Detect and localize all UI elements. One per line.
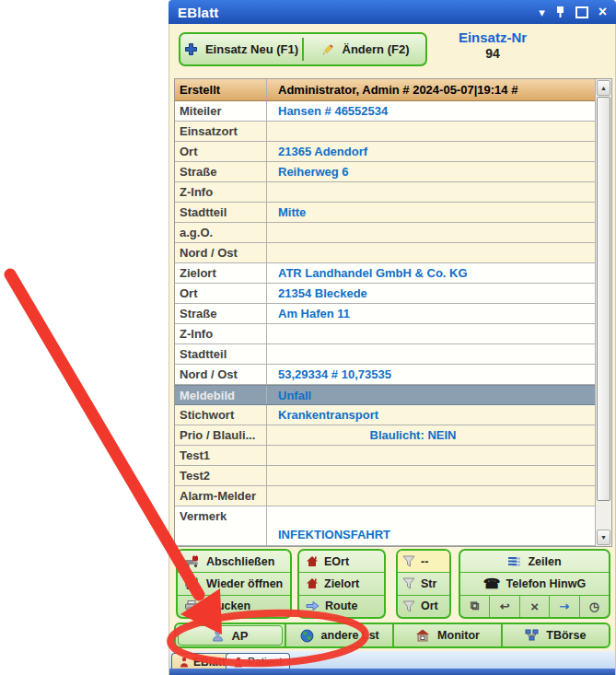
funnel-icon	[402, 600, 415, 612]
pin-icon[interactable]	[555, 6, 565, 18]
location-actions-group: EOrt Zielort Route	[297, 549, 386, 619]
phone-icon: ☎	[483, 576, 501, 590]
scroll-down-button[interactable]: ▼	[597, 530, 610, 545]
telefon-hinwg-button[interactable]: ☎ Telefon HinwG	[460, 572, 609, 594]
table-row[interactable]: ZielortATR Landhandel GmbH & Co. KG	[175, 263, 596, 284]
tab-strip: EBlatt Patient	[169, 651, 615, 675]
tab-patient[interactable]: Patient	[226, 653, 290, 669]
home-monitor-icon	[415, 629, 430, 642]
history-icon[interactable]: ◷	[579, 596, 609, 617]
close-icon[interactable]: ×	[599, 5, 607, 19]
einsatz-neu-label: Einsatz Neu (F1)	[205, 42, 298, 56]
table-row[interactable]: StraßeAm Hafen 11	[175, 304, 596, 324]
table-row[interactable]: VermerkINFEKTIONSFAHRT	[175, 506, 596, 546]
mini-icon-strip: ⧉ ↩ × ⇢ ◷	[460, 595, 609, 617]
einsatz-nr-block: Einsatz-Nr 94	[433, 29, 552, 61]
table-row[interactable]: StraßeReiherweg 6	[175, 162, 596, 182]
undo-icon[interactable]: ↩	[489, 596, 518, 617]
table-row[interactable]: MiteilerHansen # 46552534	[175, 101, 596, 122]
table-row[interactable]: StadtteilMitte	[175, 203, 596, 223]
table-row[interactable]: Z-Info	[175, 324, 596, 344]
lines-icon	[507, 556, 522, 567]
globe-icon	[300, 629, 314, 643]
filter-group: -- Str Ort	[396, 549, 451, 619]
andere-lst-button[interactable]: andere Lst	[285, 624, 392, 646]
person-red-icon	[234, 657, 243, 668]
aendern-label: Ändern (F2)	[343, 42, 410, 56]
top-button-group: Einsatz Neu (F1) Ändern (F2)	[179, 32, 427, 66]
bottom-bar	[169, 669, 615, 675]
einsatz-neu-button[interactable]: Einsatz Neu (F1)	[180, 34, 302, 64]
pencil-icon	[320, 42, 335, 57]
maximize-icon[interactable]	[575, 6, 588, 18]
network-icon	[525, 629, 539, 642]
forward-icon[interactable]: ⇢	[549, 596, 578, 617]
house-icon	[306, 555, 319, 567]
funnel-icon	[402, 555, 415, 567]
table-row[interactable]: Stadtteil	[175, 344, 596, 365]
table-row[interactable]: Ort21365 Adendorf	[175, 142, 596, 162]
delete-icon[interactable]: ×	[519, 596, 549, 617]
eort-button[interactable]: EOrt	[299, 551, 384, 572]
close-actions-group: Abschließen Wieder öffnen Drucken	[176, 549, 292, 619]
table-row[interactable]: Test2	[175, 466, 596, 486]
bottom-button-strip: AP andere Lst Monitor TBörse	[174, 623, 610, 648]
table-row[interactable]: Test1	[175, 446, 596, 466]
route-arrow-icon	[306, 600, 320, 611]
table-row[interactable]: Nord / Ost	[175, 243, 596, 263]
filter-ort-button[interactable]: Ort	[398, 595, 449, 617]
detach-icon[interactable]: ⧉	[460, 596, 489, 617]
menu-dropdown-icon[interactable]: ▾	[539, 6, 545, 18]
zielort-button[interactable]: Zielort	[299, 572, 384, 594]
einsatz-nr-label: Einsatz-Nr	[433, 29, 552, 45]
truck-lock-green-icon	[184, 577, 201, 590]
table-row[interactable]: Ort21354 Bleckede	[175, 284, 596, 304]
person-icon	[212, 629, 224, 642]
window-controls: ▾ ×	[539, 5, 616, 19]
tab-eblatt[interactable]: EBlatt	[171, 653, 234, 669]
header-label: Erstellt	[175, 79, 267, 100]
drucken-button[interactable]: Drucken	[178, 595, 290, 617]
abschliessen-button[interactable]: Abschließen	[178, 551, 290, 572]
eblatt-window: EBlatt ▾ × Einsatz Neu (F1)	[169, 0, 616, 675]
truck-lock-red-icon	[184, 555, 201, 568]
einsatz-table: Erstellt Administrator, Admin # 2024-05-…	[174, 78, 612, 547]
scroll-up-button[interactable]: ▲	[597, 80, 610, 96]
table-rows: Erstellt Administrator, Admin # 2024-05-…	[175, 79, 596, 546]
scroll-thumb[interactable]	[597, 97, 610, 501]
table-header-row: Erstellt Administrator, Admin # 2024-05-…	[175, 79, 596, 101]
printer-icon	[184, 600, 199, 612]
table-row[interactable]: a.g.O.	[175, 223, 596, 243]
filter-none-button[interactable]: --	[398, 551, 449, 572]
table-row[interactable]: Nord / Ost53,29334 # 10,73535	[175, 365, 596, 385]
aendern-button[interactable]: Ändern (F2)	[304, 34, 425, 64]
table-row[interactable]: Einsatzort	[175, 122, 596, 142]
window-title: EBlatt	[169, 5, 539, 20]
title-bar: EBlatt ▾ ×	[169, 0, 616, 24]
route-button[interactable]: Route	[299, 595, 384, 617]
misc-actions-group: Zeilen ☎ Telefon HinwG ⧉ ↩ × ⇢ ◷	[459, 549, 610, 619]
table-row[interactable]: Z-Info	[175, 182, 596, 203]
window-content: Einsatz Neu (F1) Ändern (F2) Einsatz-Nr …	[169, 24, 616, 675]
table-row[interactable]: Prio / Blauli...Blaulicht: NEIN	[175, 425, 596, 446]
einsatz-nr-value: 94	[433, 46, 552, 61]
monitor-button[interactable]: Monitor	[392, 624, 500, 646]
plus-icon	[184, 42, 198, 56]
person-red-icon	[180, 657, 189, 668]
vertical-scrollbar[interactable]: ▲ ▼	[595, 79, 611, 546]
funnel-icon	[402, 577, 415, 589]
house-icon	[306, 577, 319, 589]
tboerse-button[interactable]: TBörse	[501, 624, 609, 646]
filter-str-button[interactable]: Str	[398, 572, 449, 594]
table-row[interactable]: StichwortKrankentransport	[175, 405, 596, 425]
table-row-selected[interactable]: MeldebildUnfall	[175, 385, 596, 405]
ap-button[interactable]: AP	[178, 625, 283, 646]
wieder-oeffnen-button[interactable]: Wieder öffnen	[178, 572, 290, 594]
zeilen-button[interactable]: Zeilen	[460, 551, 609, 572]
table-row[interactable]: Alarm-Melder	[175, 486, 596, 506]
header-value: Administrator, Admin # 2024-05-07|19:14 …	[267, 79, 596, 100]
